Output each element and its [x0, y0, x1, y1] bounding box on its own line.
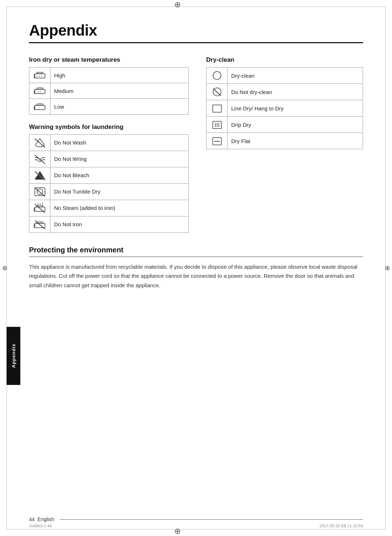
- main-content: Appendix Iron dry or steam temperatures: [0, 0, 392, 319]
- table-row: Drip Dry: [207, 117, 363, 133]
- table-row: Do Not dry-clean: [207, 84, 363, 100]
- do-not-bleach-icon-cell: [29, 167, 50, 183]
- dry-clean-label: Dry-clean: [228, 68, 363, 84]
- do-not-wring-icon: [33, 154, 46, 165]
- table-row: Line Dry/ Hang to Dry: [207, 100, 363, 117]
- iron-table: High: [29, 67, 189, 115]
- table-row: Medium: [29, 83, 189, 99]
- warning-section-title: Warning symbols for laundering: [29, 123, 189, 131]
- svg-rect-35: [213, 105, 221, 112]
- dry-clean-table: Dry-clean Do Not dry-clean: [206, 67, 363, 149]
- line-dry-icon: [211, 103, 224, 114]
- iron-low-icon-cell: [29, 99, 50, 114]
- svg-point-6: [39, 73, 40, 74]
- do-not-wring-label: Do Not Wring: [50, 151, 189, 167]
- table-row: Dry Flat: [207, 133, 363, 149]
- no-steam-icon-cell: [29, 200, 50, 216]
- do-not-wash-label: Do Not Wash: [50, 134, 189, 151]
- drip-dry-label: Drip Dry: [228, 117, 363, 133]
- svg-point-16: [40, 105, 40, 105]
- iron-low-icon: [33, 102, 46, 112]
- doc-footer-right: 2017-05-25 EB 11:15:59: [319, 524, 363, 528]
- svg-rect-0: [35, 74, 45, 78]
- table-row: No Steam (added to iron): [29, 200, 189, 216]
- doc-footer: Untitled-1 44 2017-05-25 EB 11:15:59: [29, 524, 363, 528]
- svg-rect-29: [35, 223, 45, 228]
- table-row: Low: [29, 99, 189, 114]
- svg-point-7: [40, 73, 41, 74]
- dry-clean-icon-cell: [207, 68, 228, 84]
- svg-rect-8: [35, 89, 45, 94]
- dry-flat-icon-cell: [207, 133, 228, 149]
- do-not-dry-clean-icon: [211, 86, 224, 97]
- protecting-text: This appliance is manufactured from recy…: [29, 262, 363, 290]
- warning-table: Do Not Wash: [29, 134, 189, 233]
- dry-flat-label: Dry Flat: [228, 133, 363, 149]
- do-not-tumble-dry-label: Do Not Tumble Dry: [50, 183, 189, 200]
- do-not-bleach-icon: [33, 170, 46, 181]
- two-column-layout: Iron dry or steam temperatures: [29, 56, 363, 233]
- dry-flat-icon: [211, 135, 224, 146]
- left-column: Iron dry or steam temperatures: [29, 56, 189, 233]
- do-not-iron-icon: [33, 219, 46, 230]
- table-row: Do Not Wring: [29, 151, 189, 167]
- svg-point-13: [40, 89, 41, 90]
- no-steam-icon: [33, 203, 46, 214]
- do-not-dry-clean-icon-cell: [207, 84, 228, 100]
- corner-mark-left: ⊕: [1, 265, 8, 271]
- iron-medium-icon: [33, 86, 46, 96]
- page-title: Appendix: [29, 22, 363, 39]
- do-not-bleach-label: Do Not Bleach: [50, 167, 189, 183]
- table-row: Dry-clean: [207, 68, 363, 84]
- sidebar-tab: Appendix: [7, 327, 20, 385]
- table-row: Do Not Tumble Dry: [29, 183, 189, 200]
- do-not-dry-clean-label: Do Not dry-clean: [228, 84, 363, 100]
- warning-section: Warning symbols for laundering Do Not: [29, 123, 189, 233]
- iron-high-icon-cell: [29, 68, 50, 83]
- drip-dry-icon: [211, 119, 224, 130]
- iron-low-label: Low: [50, 99, 189, 114]
- svg-rect-14: [35, 105, 45, 110]
- svg-rect-9: [37, 88, 43, 89]
- corner-mark-bottom: ⊕: [174, 528, 181, 535]
- dry-clean-icon: [211, 70, 224, 81]
- do-not-wash-icon-cell: [29, 134, 50, 151]
- do-not-tumble-dry-icon-cell: [29, 183, 50, 200]
- protecting-underline: [29, 256, 363, 257]
- drip-dry-icon-cell: [207, 117, 228, 133]
- corner-mark-right: ⊕: [384, 265, 391, 271]
- protecting-section: Protecting the environment This applianc…: [29, 246, 363, 290]
- sidebar-tab-label: Appendix: [11, 344, 16, 368]
- doc-footer-left: Untitled-1 44: [29, 524, 52, 528]
- protecting-title: Protecting the environment: [29, 246, 363, 254]
- corner-mark-top: ⊕: [174, 1, 181, 8]
- do-not-tumble-dry-icon: [33, 186, 46, 197]
- do-not-iron-icon-cell: [29, 216, 50, 232]
- svg-point-12: [38, 89, 39, 90]
- line-dry-icon-cell: [207, 100, 228, 117]
- iron-medium-icon-cell: [29, 83, 50, 99]
- table-row: Do Not Wash: [29, 134, 189, 151]
- table-row: Do Not Bleach: [29, 167, 189, 183]
- svg-point-5: [37, 73, 38, 74]
- table-row: Do Not Iron: [29, 216, 189, 232]
- page-number: 44 English: [29, 516, 54, 522]
- iron-high-icon: [33, 70, 46, 80]
- no-steam-label: No Steam (added to iron): [50, 200, 189, 216]
- page-footer: 44 English: [29, 516, 363, 522]
- dry-clean-section-title: Dry-clean: [206, 56, 363, 64]
- do-not-wash-icon: [33, 137, 46, 148]
- iron-high-label: High: [50, 68, 189, 83]
- footer-line: [60, 519, 363, 520]
- svg-rect-26: [35, 207, 45, 211]
- iron-section-title: Iron dry or steam temperatures: [29, 56, 189, 64]
- right-column: Dry-clean Dry-clean: [206, 56, 363, 233]
- do-not-iron-label: Do Not Iron: [50, 216, 189, 232]
- dry-clean-section: Dry-clean Dry-clean: [206, 56, 363, 149]
- table-row: High: [29, 68, 189, 83]
- iron-medium-label: Medium: [50, 83, 189, 99]
- line-dry-label: Line Dry/ Hang to Dry: [228, 100, 363, 117]
- title-underline: [29, 42, 363, 43]
- do-not-wring-icon-cell: [29, 151, 50, 167]
- svg-point-32: [213, 72, 221, 80]
